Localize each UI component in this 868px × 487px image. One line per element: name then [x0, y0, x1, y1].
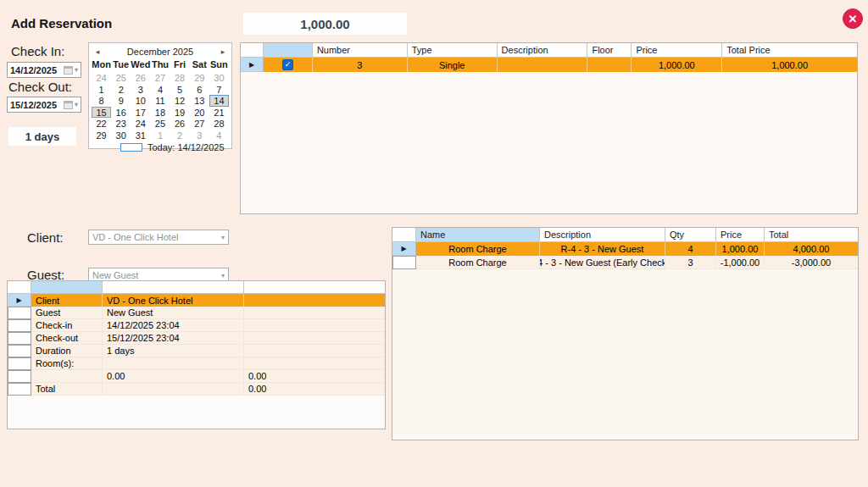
summary-amount-cell[interactable]	[244, 307, 385, 319]
room-type-cell[interactable]: Single	[408, 58, 498, 72]
charges-column-description[interactable]: Description	[540, 228, 665, 241]
calendar-day[interactable]: 7	[209, 84, 229, 96]
charge-price-cell[interactable]: 1,000.00	[716, 242, 765, 256]
rooms-table-row[interactable]: ▶ ✓ 3 Single 1,000.00 1,000.00	[241, 58, 857, 72]
charges-column-qty[interactable]: Qty	[665, 228, 716, 241]
summary-value-cell[interactable]: New Guest	[103, 307, 244, 319]
summary-amount-cell[interactable]: 0.00	[244, 370, 385, 383]
calendar-day[interactable]: 29	[92, 130, 111, 141]
charges-table-row[interactable]: ▶Room ChargeR-4 - 3 - New Guest41,000.00…	[392, 242, 858, 256]
summary-label-cell[interactable]: Total	[31, 383, 103, 396]
calendar-day[interactable]: 28	[170, 72, 190, 84]
summary-table-row[interactable]: Room(s):	[8, 357, 385, 370]
charge-description-cell[interactable]: R-4 - 3 - New Guest (Early Check ...	[540, 256, 665, 269]
client-dropdown[interactable]: VD - One Click Hotel ▾	[88, 230, 229, 245]
row-selector[interactable]	[8, 307, 31, 319]
calendar-day[interactable]: 6	[190, 84, 209, 96]
calendar-day[interactable]: 1	[150, 130, 170, 141]
checkin-date-picker[interactable]: 14/12/2025 ▾	[7, 62, 81, 78]
calendar-day[interactable]: 25	[111, 72, 131, 84]
summary-value-column-header[interactable]	[103, 281, 244, 293]
rooms-column-number[interactable]: Number	[313, 43, 408, 57]
summary-label-cell[interactable]: Guest	[31, 307, 103, 319]
row-selector[interactable]	[8, 345, 31, 357]
summary-table-row[interactable]: ▶ClientVD - One Click Hotel	[8, 294, 385, 307]
calendar-day[interactable]: 2	[111, 84, 131, 96]
charge-total-cell[interactable]: -3,000.00	[765, 256, 858, 269]
calendar-day[interactable]: 18	[150, 107, 170, 119]
calendar-day[interactable]: 1	[92, 84, 111, 96]
rooms-column-total-price[interactable]: Total Price	[722, 43, 857, 57]
room-total-price-cell[interactable]: 1,000.00	[722, 58, 857, 72]
calendar-day[interactable]: 4	[209, 130, 229, 141]
checkbox-checked-icon[interactable]: ✓	[282, 59, 293, 70]
calendar-day[interactable]: 19	[170, 107, 190, 119]
rooms-column-floor[interactable]: Floor	[587, 43, 632, 57]
room-selected-cell[interactable]: ✓	[264, 58, 313, 72]
calendar-day[interactable]: 28	[209, 118, 229, 130]
room-floor-cell[interactable]	[587, 58, 632, 72]
charge-total-cell[interactable]: 4,000.00	[765, 242, 858, 256]
row-selector[interactable]: ▶	[8, 294, 31, 307]
summary-amount-cell[interactable]	[244, 294, 385, 307]
calendar-day[interactable]: 25	[150, 118, 170, 130]
summary-table-row[interactable]: Total0.00	[8, 383, 385, 396]
row-selector[interactable]: ▶	[392, 242, 416, 256]
calendar-day[interactable]: 14	[209, 95, 229, 107]
calendar-day[interactable]: 24	[131, 118, 150, 130]
summary-table-row[interactable]: 0.000.00	[8, 370, 385, 383]
reservation-total-field[interactable]: 1,000.00	[243, 13, 407, 35]
charges-column-price[interactable]: Price	[716, 228, 765, 241]
calendar-day[interactable]: 29	[190, 72, 209, 84]
calendar-today-label[interactable]: Today: 14/12/2025	[147, 142, 225, 152]
summary-value-cell[interactable]: 0.00	[103, 370, 244, 383]
calendar-day[interactable]: 27	[150, 72, 170, 84]
calendar-day[interactable]: 21	[209, 107, 229, 119]
calendar-month-title[interactable]: December 2025	[103, 47, 217, 57]
charges-column-total[interactable]: Total	[765, 228, 858, 241]
calendar-day[interactable]: 17	[131, 107, 150, 119]
room-number-cell[interactable]: 3	[313, 58, 408, 72]
summary-amount-cell[interactable]	[244, 319, 385, 332]
rooms-column-price[interactable]: Price	[632, 43, 722, 57]
calendar-day[interactable]: 12	[170, 95, 190, 107]
summary-value-cell[interactable]: VD - One Click Hotel	[103, 294, 244, 307]
calendar-day[interactable]: 11	[150, 95, 170, 107]
summary-label-cell[interactable]: Client	[31, 294, 103, 307]
calendar-day[interactable]: 2	[170, 130, 190, 141]
charge-qty-cell[interactable]: 3	[665, 256, 716, 269]
row-selector[interactable]	[392, 256, 416, 269]
calendar-day[interactable]: 9	[111, 95, 131, 107]
summary-amount-column-header[interactable]	[244, 281, 385, 293]
calendar-day[interactable]: 13	[190, 95, 209, 107]
summary-value-cell[interactable]: 14/12/2025 23:04	[103, 319, 244, 332]
summary-table-row[interactable]: Check-out15/12/2025 23:04	[8, 332, 385, 345]
calendar-day[interactable]: 31	[131, 130, 150, 141]
summary-value-cell[interactable]	[103, 357, 244, 370]
calendar-day[interactable]: 3	[131, 84, 150, 96]
calendar-day[interactable]: 30	[111, 130, 131, 141]
summary-label-cell[interactable]: Room(s):	[31, 357, 103, 370]
row-selector[interactable]	[8, 383, 31, 396]
calendar-day[interactable]: 4	[150, 84, 170, 96]
close-button[interactable]: ✕	[843, 8, 863, 29]
summary-table-row[interactable]: GuestNew Guest	[8, 307, 385, 319]
summary-value-cell[interactable]	[103, 383, 244, 396]
summary-label-cell[interactable]: Check-out	[31, 332, 103, 345]
calendar-day[interactable]: 27	[190, 118, 209, 130]
row-selector[interactable]	[8, 357, 31, 370]
charge-name-cell[interactable]: Room Charge	[416, 256, 540, 269]
charge-price-cell[interactable]: -1,000.00	[716, 256, 765, 269]
checkout-date-picker[interactable]: 15/12/2025 ▾	[7, 97, 81, 113]
charges-table-row[interactable]: Room ChargeR-4 - 3 - New Guest (Early Ch…	[392, 256, 858, 269]
calendar-day[interactable]: 22	[92, 118, 111, 130]
rooms-column-description[interactable]: Description	[498, 43, 588, 57]
row-selector[interactable]	[8, 370, 31, 383]
calendar-day[interactable]: 26	[170, 118, 190, 130]
charge-name-cell[interactable]: Room Charge	[416, 242, 540, 256]
summary-label-cell[interactable]	[31, 370, 103, 383]
calendar-widget[interactable]: ◂ December 2025 ▸ MonTueWedThuFriSatSun …	[88, 42, 232, 149]
summary-label-cell[interactable]: Duration	[31, 345, 103, 357]
calendar-day[interactable]: 15	[92, 107, 111, 119]
calendar-day[interactable]: 30	[209, 72, 229, 84]
